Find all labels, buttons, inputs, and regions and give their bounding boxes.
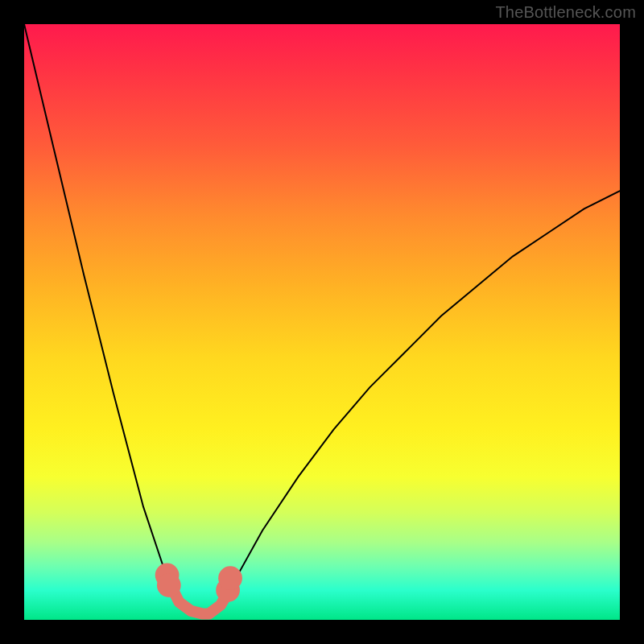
bottleneck-curve bbox=[24, 24, 620, 614]
highlight-marker bbox=[157, 573, 181, 597]
watermark-text: TheBottleneck.com bbox=[495, 3, 636, 22]
chart-svg bbox=[24, 24, 620, 620]
highlight-marker bbox=[218, 566, 242, 590]
highlight-markers bbox=[155, 564, 242, 602]
